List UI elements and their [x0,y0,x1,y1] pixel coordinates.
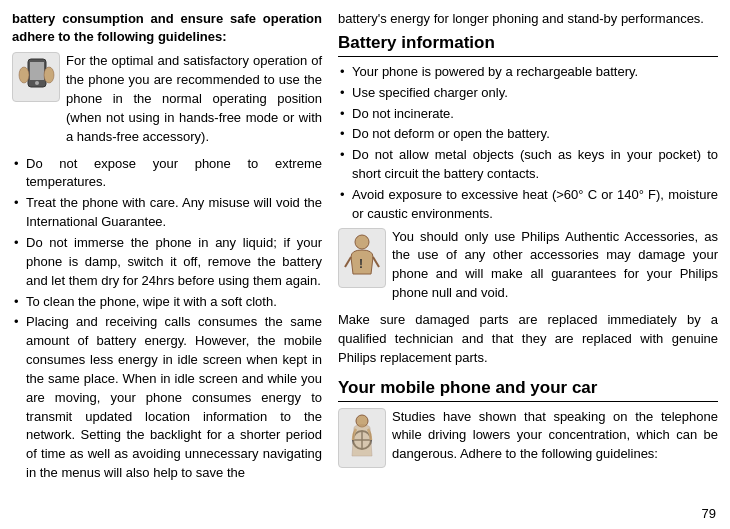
battery-bullet-4: Do not deform or open the battery. [338,125,718,144]
svg-line-7 [373,257,379,267]
svg-point-3 [19,67,29,83]
svg-text:!: ! [359,257,363,271]
battery-info-title: Battery information [338,33,718,57]
bullet-1: Do not expose your phone to extreme temp… [12,155,322,193]
svg-point-2 [35,81,39,85]
icon-row-3: Studies have shown that speaking on the … [338,408,718,469]
para1: For the optimal and satisfactory operati… [66,52,322,146]
para-car: Studies have shown that speaking on the … [392,408,718,465]
left-column: battery consumption and ensure safe oper… [12,10,322,519]
battery-bullet-3: Do not incinerate. [338,105,718,124]
icon-row-2: ! You should only use Philips Authentic … [338,228,718,307]
svg-point-4 [44,67,54,83]
battery-bullet-1: Your phone is powered by a rechargeable … [338,63,718,82]
phone-guidelines-icon [12,52,60,102]
para-replacement: Make sure damaged parts are replaced imm… [338,311,718,368]
icon-row-1: For the optimal and satisfactory operati… [12,52,322,150]
accessories-warning-icon: ! [338,228,386,288]
svg-rect-1 [30,62,44,80]
page-number: 79 [702,506,716,521]
battery-bullet-5: Do not allow metal objects (such as keys… [338,146,718,184]
para-accessories: You should only use Philips Authentic Ac… [392,228,718,303]
right-column: battery's energy for longer phoning and … [338,10,718,519]
bullet-3: Do not immerse the phone in any liquid; … [12,234,322,291]
svg-point-5 [355,235,369,249]
bullet-5: Placing and receiving calls consumes the… [12,313,322,483]
car-driving-icon [338,408,386,468]
left-bullets: Do not expose your phone to extreme temp… [12,155,322,483]
para-top: battery's energy for longer phoning and … [338,10,718,29]
bullet-4: To clean the phone, wipe it with a soft … [12,293,322,312]
battery-bullet-2: Use specified charger only. [338,84,718,103]
car-title: Your mobile phone and your car [338,378,718,402]
page-container: battery consumption and ensure safe oper… [0,0,730,529]
svg-line-6 [345,257,351,267]
battery-bullet-6: Avoid exposure to excessive heat (>60° C… [338,186,718,224]
bullet-2: Treat the phone with care. Any misuse wi… [12,194,322,232]
left-heading: battery consumption and ensure safe oper… [12,10,322,46]
battery-bullets: Your phone is powered by a rechargeable … [338,63,718,224]
